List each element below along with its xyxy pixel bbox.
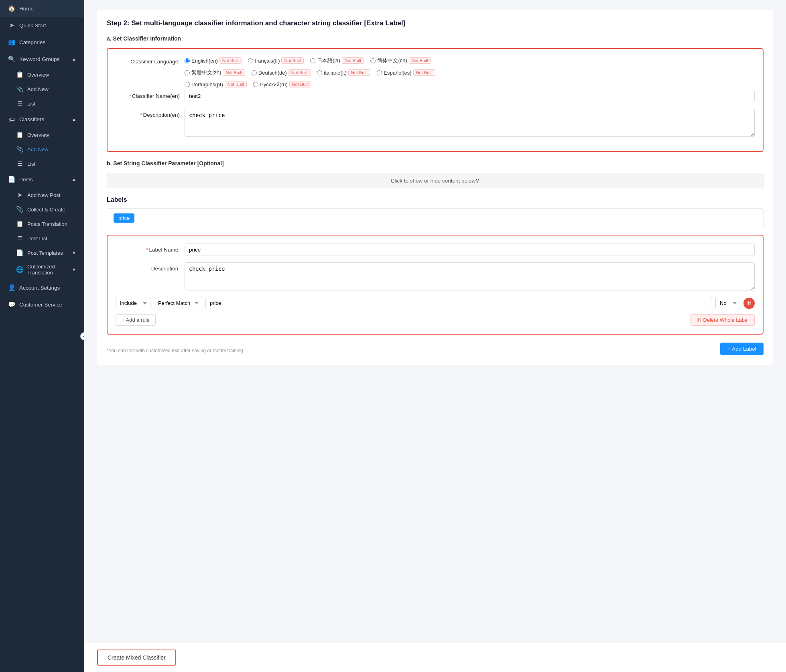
not-built-badge-de: Not Built [288,69,311,76]
page-section-step2: Step 2: Set multi-language classifier in… [97,10,773,365]
step-title: Step 2: Set multi-language classifier in… [107,19,764,27]
language-radio-cn[interactable] [370,58,376,63]
create-mixed-classifier-button[interactable]: Create Mixed Classifier [97,650,176,666]
categories-icon: 👥 [8,39,15,46]
delete-whole-label-button[interactable]: 🗑 Delete Whole Label [691,314,755,326]
chevron-down-icon: ▲ [72,57,76,61]
sidebar-item-label: Add New Post [27,192,60,198]
description-row: *Description(en) check price [116,109,755,137]
sidebar-item-home[interactable]: 🏠 Home [0,0,84,17]
description-textarea[interactable]: check price [185,109,755,137]
language-options: English(en) Not Built français(fr) Not B… [185,57,439,90]
sidebar-item-collect-create[interactable]: 📎 Collect & Create [4,202,84,217]
sidebar-item-account-settings[interactable]: 👤 Account Settings [0,279,84,296]
language-label-ja: 日本語(ja) [317,57,340,64]
post-templates-icon: 📄 [16,249,23,256]
label-description-textarea[interactable]: check price [185,262,755,290]
language-label-it: italiano(it) [324,70,346,76]
sidebar-item-classifiers[interactable]: 🏷 Classifiers ▲ [0,111,84,128]
add-new-icon: 📎 [16,146,23,153]
sidebar-item-overview-kw[interactable]: 📋 Overview [4,67,84,82]
language-item-cn: 简体中文(cn) Not Built [370,57,431,64]
label-description-row: Description: check price [116,262,755,290]
sidebar-item-label: Post Templates [27,250,63,256]
classifier-language-label: Classifier Language: [116,57,180,65]
sidebar-item-add-new-post[interactable]: ➤ Add New Post [4,188,84,202]
language-radio-es[interactable] [377,70,382,75]
language-radio-ja[interactable] [310,58,315,63]
home-icon: 🏠 [8,5,15,12]
sidebar-item-label: Add New [27,146,49,152]
chevron-down-icon: ▲ [72,117,76,122]
label-actions: + Add a rule 🗑 Delete Whole Label [116,314,755,326]
note-text: *You can test with customized text after… [107,348,244,353]
language-radio-zh[interactable] [185,70,190,75]
toggle-section[interactable]: Click to show or hide content below∨ [107,173,764,188]
sidebar-item-post-list[interactable]: ☰ Post List [4,231,84,246]
language-radio-pt[interactable] [185,82,190,87]
sidebar-item-overview-cl[interactable]: 📋 Overview [4,128,84,142]
posts-translation-icon: 📋 [16,220,23,227]
sidebar-item-label: List [27,101,35,107]
label-edit-box: *Label Name: Description: check price In… [107,235,764,335]
sidebar-collapse-button[interactable]: ◀ [80,332,84,340]
sidebar-item-categories[interactable]: 👥 Categories [0,34,84,51]
include-select[interactable]: Include Exclude [116,297,150,309]
match-select[interactable]: Perfect Match Contains Starts With Ends … [154,297,202,309]
account-settings-icon: 👤 [8,284,15,291]
add-rule-button[interactable]: + Add a rule [116,314,156,326]
sidebar-item-posts[interactable]: 📄 Posts ▲ [0,171,84,188]
chevron-down-icon: ▲ [72,177,76,182]
language-label-cn: 简体中文(cn) [377,57,407,64]
language-label-es: Español(es) [384,70,411,76]
classifier-info-box: Classifier Language: English(en) Not Bui… [107,48,764,152]
add-new-icon: 📎 [16,85,23,93]
sidebar-item-label: Customer Service [19,302,62,308]
sidebar-item-label: Posts [19,177,33,183]
sidebar-item-label: Quick Start [19,22,46,28]
delete-rule-button[interactable]: 🗑 [743,298,755,309]
sidebar: 🏠 Home ➤ Quick Start 👥 Categories 🔍 Keyw… [0,0,84,672]
not-built-badge-cn: Not Built [409,57,431,64]
add-label-button[interactable]: + Add Label [720,343,764,355]
sidebar-item-post-templates[interactable]: 📄 Post Templates ▼ [4,246,84,260]
section-a-label: a. Set Classifier Information [107,35,764,42]
not-built-badge-en: Not Built [219,57,242,64]
classifier-language-row: Classifier Language: English(en) Not Bui… [116,57,755,90]
language-row-3: Português(pt) Not Built Русский(ru) Not … [185,81,439,87]
chevron-down-icon: ▼ [72,250,76,255]
sidebar-item-add-new-cl[interactable]: 📎 Add New [4,142,84,156]
label-tag-price[interactable]: price [114,213,134,223]
sidebar-item-customized-translation[interactable]: 🌐 Customized Translation ▼ [4,260,84,279]
language-radio-it[interactable] [317,70,322,75]
classifier-name-row: *Classifier Name(en) [116,90,755,102]
not-built-badge-zh: Not Built [223,69,245,76]
quick-start-icon: ➤ [8,22,15,29]
post-list-icon: ☰ [16,235,23,242]
classifier-name-input[interactable] [185,90,755,102]
language-radio-de[interactable] [252,70,257,75]
sidebar-item-quick-start[interactable]: ➤ Quick Start [0,17,84,34]
language-label-ru: Русский(ru) [260,81,287,87]
sidebar-item-label: Account Settings [19,285,60,291]
sidebar-item-customer-service[interactable]: 💬 Customer Service [0,296,84,313]
sidebar-item-list-cl[interactable]: ☰ List [4,156,84,171]
sidebar-item-list-kw[interactable]: ☰ List [4,96,84,111]
sidebar-item-posts-translation[interactable]: 📋 Posts Translation [4,217,84,231]
label-name-input[interactable] [185,244,755,256]
sidebar-item-label: Posts Translation [27,221,67,227]
language-radio-en[interactable] [185,58,190,63]
language-item-zh: 繁體中文(zh) Not Built [185,69,245,76]
no-select[interactable]: No Yes [715,297,740,309]
language-radio-ru[interactable] [253,82,258,87]
add-new-post-icon: ➤ [16,191,23,199]
sidebar-item-keyword-groups[interactable]: 🔍 Keyword Groups ▲ [0,51,84,67]
sidebar-item-label: Overview [27,132,49,138]
not-built-badge-fr: Not Built [281,57,304,64]
not-built-badge-es: Not Built [413,69,436,76]
section-b-label: b. Set String Classifier Parameter [Opti… [107,160,764,166]
language-item-it: italiano(it) Not Built [317,69,370,76]
language-radio-fr[interactable] [248,58,253,63]
sidebar-item-add-new-kw[interactable]: 📎 Add New [4,82,84,96]
keyword-input[interactable] [205,297,712,309]
